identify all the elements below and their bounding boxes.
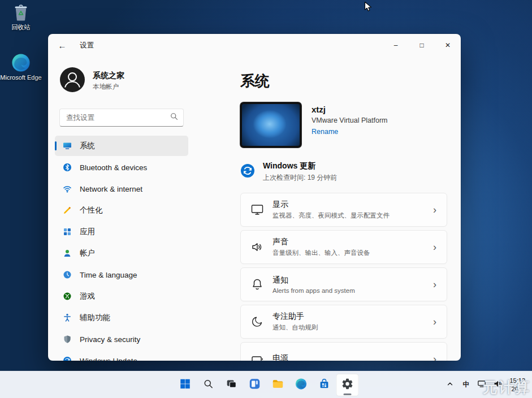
system-tray: 中 15:12 2021 (443, 371, 529, 398)
sidebar-nav: 系统 Bluetooth & devices Network & interne… (55, 136, 188, 361)
titlebar: ← 设置 – □ ✕ (48, 34, 461, 57)
sidebar-item-personalization[interactable]: 个性化 (55, 200, 188, 220)
back-arrow-icon: ← (58, 41, 67, 50)
settings-button[interactable] (336, 374, 358, 396)
minimize-icon: – (394, 41, 398, 49)
card-title: 电源 (273, 353, 288, 361)
network-button[interactable] (474, 375, 489, 395)
chevron-right-icon: › (433, 317, 436, 327)
minimize-button[interactable]: – (383, 34, 409, 57)
avatar (59, 67, 85, 95)
taskbar-search-button[interactable] (197, 374, 219, 396)
store-icon (318, 378, 330, 392)
sidebar-item-accounts[interactable]: 帐户 (55, 243, 188, 263)
sidebar-item-gaming[interactable]: 游戏 (55, 286, 188, 306)
sidebar: 系统之家 本地帐户 系统 (48, 57, 195, 361)
page-title: 系统 (240, 71, 447, 91)
sidebar-item-label: Network & internet (80, 185, 142, 193)
edge-icon (295, 378, 307, 392)
chevron-right-icon: › (433, 279, 436, 289)
sidebar-item-label: 辅助功能 (80, 313, 110, 323)
start-button[interactable] (174, 374, 196, 396)
task-view-button[interactable] (220, 374, 243, 396)
sidebar-item-bluetooth-devices[interactable]: Bluetooth & devices (55, 157, 188, 178)
taskbar-clock[interactable]: 15:12 2021 (506, 377, 529, 393)
sidebar-item-label: Bluetooth & devices (80, 163, 147, 172)
device-model: VMware Virtual Platform (312, 116, 388, 124)
sidebar-item-label: Windows Update (80, 357, 137, 361)
card-title: 声音 (273, 237, 370, 247)
battery-icon (250, 352, 265, 361)
network-icon (477, 379, 486, 391)
maximize-button[interactable]: □ (409, 34, 435, 57)
desktop-icon-label: 回收站 (12, 24, 31, 31)
ime-indicator[interactable]: 中 (459, 375, 473, 395)
card-subtitle: 通知、自动规则 (273, 323, 318, 332)
sidebar-item-privacy-security[interactable]: Privacy & security (55, 329, 188, 349)
tray-overflow-button[interactable] (443, 375, 457, 395)
device-info: xtzj VMware Virtual Platform Rename (240, 102, 447, 148)
user-account-header[interactable]: 系统之家 本地帐户 (55, 62, 188, 100)
rename-link[interactable]: Rename (312, 128, 338, 136)
windows-update-icon (240, 163, 255, 180)
settings-search-input[interactable] (66, 114, 170, 122)
widgets-button[interactable] (243, 374, 266, 396)
settings-card-display[interactable]: 显示 监视器、亮度、夜间模式、显示配置文件 › (240, 193, 447, 227)
settings-search-box (59, 109, 184, 127)
windows-update-subtitle: 上次检查时间: 19 分钟前 (263, 173, 337, 183)
sidebar-item-accessibility[interactable]: 辅助功能 (55, 308, 188, 328)
sidebar-item-network-internet[interactable]: Network & internet (55, 179, 188, 199)
sidebar-item-system[interactable]: 系统 (55, 136, 188, 156)
card-title: 专注助手 (273, 312, 318, 322)
settings-card-sound[interactable]: 声音 音量级别、输出、输入、声音设备 › (240, 230, 447, 264)
user-name: 系统之家 (93, 71, 124, 81)
taskbar: 中 15:12 2021 (0, 371, 532, 398)
sidebar-item-label: 应用 (80, 227, 95, 237)
close-button[interactable]: ✕ (435, 34, 461, 57)
device-name: xtzj (312, 105, 388, 114)
speaker-icon (250, 240, 265, 254)
store-button[interactable] (313, 374, 335, 396)
sidebar-item-label: Privacy & security (80, 335, 140, 344)
chevron-up-icon (446, 380, 454, 390)
card-title: 通知 (273, 275, 355, 285)
brush-icon (63, 206, 72, 215)
windows-update-status[interactable]: Windows 更新 上次检查时间: 19 分钟前 (240, 161, 447, 183)
bluetooth-icon (63, 163, 72, 172)
sidebar-item-label: 系统 (80, 141, 95, 151)
back-button[interactable]: ← (53, 37, 72, 54)
card-title: 显示 (273, 200, 390, 210)
desktop-icon-label: Microsoft Edge (0, 74, 41, 81)
sidebar-item-time-language[interactable]: Time & language (55, 265, 188, 285)
settings-cards: 显示 监视器、亮度、夜间模式、显示配置文件 › 声音 音量级别、输出、输入、声音… (240, 193, 447, 361)
device-thumbnail (240, 102, 301, 148)
sidebar-item-label: Time & language (80, 271, 137, 279)
sidebar-item-label: 游戏 (80, 291, 95, 301)
settings-window: ← 设置 – □ ✕ 系统之家 (48, 34, 461, 361)
moon-icon (250, 315, 265, 328)
search-icon (170, 113, 178, 123)
volume-icon (493, 379, 502, 391)
display-icon (250, 203, 265, 217)
settings-card-focus-assist[interactable]: 专注助手 通知、自动规则 › (240, 305, 447, 339)
xbox-icon (63, 292, 72, 301)
windows-logo-icon (179, 378, 191, 392)
sidebar-item-label: 帐户 (80, 248, 95, 258)
settings-card-power[interactable]: 电源 › (240, 342, 447, 361)
edge-icon (11, 53, 31, 72)
desktop-icon-recycle-bin[interactable]: 回收站 (0, 3, 42, 31)
chevron-right-icon: › (433, 354, 436, 361)
volume-button[interactable] (490, 375, 505, 395)
sidebar-item-windows-update[interactable]: Windows Update (55, 351, 188, 361)
file-explorer-button[interactable] (266, 374, 289, 396)
windows-update-title: Windows 更新 (263, 161, 337, 171)
taskbar-center (174, 371, 358, 398)
settings-card-notifications[interactable]: 通知 Alerts from apps and system › (240, 267, 447, 301)
sidebar-item-apps[interactable]: 应用 (55, 222, 188, 242)
window-title: 设置 (80, 41, 94, 50)
monitor-icon (63, 141, 72, 150)
card-subtitle: 监视器、亮度、夜间模式、显示配置文件 (273, 211, 390, 220)
desktop-icon-edge[interactable]: Microsoft Edge (0, 53, 42, 81)
edge-button[interactable] (289, 374, 312, 396)
card-subtitle: 音量级别、输出、输入、声音设备 (273, 249, 370, 257)
